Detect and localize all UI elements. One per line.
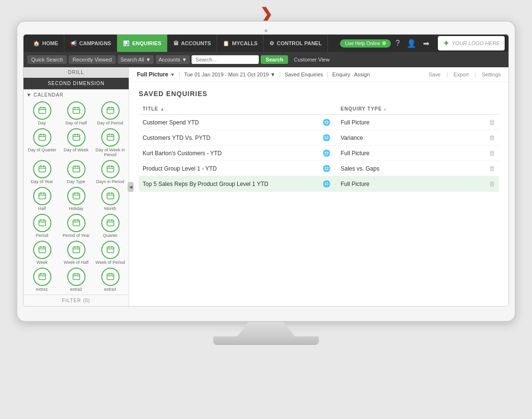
- calendar-item-5[interactable]: Day of Week in Period: [95, 128, 126, 157]
- sidebar-second-dimension[interactable]: SECOND DIMENSION: [24, 78, 129, 89]
- calendar-item-15[interactable]: Week: [26, 241, 58, 265]
- calendar-item-label-1: Day of Half: [65, 121, 87, 125]
- title-sort-icon: ▲: [160, 107, 165, 111]
- calendar-item-13[interactable]: Period of Year: [60, 214, 92, 238]
- calendar-item-17[interactable]: Week of Period: [95, 241, 126, 265]
- save-button[interactable]: Save: [429, 72, 441, 77]
- calendar-item-icon-5: [101, 128, 120, 147]
- calendar-item-2[interactable]: Day of Period: [95, 101, 126, 125]
- search-input[interactable]: [192, 55, 259, 64]
- recently-viewed-button[interactable]: Recently Viewed: [69, 55, 116, 64]
- table-row[interactable]: Top 5 Sales Reps By Product Group Level …: [139, 176, 499, 192]
- nav-campaigns[interactable]: 📢 CAMPAIGNS: [64, 35, 117, 52]
- nav-enquiries[interactable]: 📊 ENQUIRIES: [117, 35, 168, 52]
- nav-controlpanel[interactable]: ⚙ CONTROL PANEL: [264, 35, 328, 52]
- enquiry-link[interactable]: Enquiry: [332, 72, 350, 77]
- delete-cell[interactable]: 🗑: [481, 146, 499, 161]
- globe-cell[interactable]: 🌐: [319, 161, 337, 176]
- col-title-header[interactable]: TITLE ▲: [139, 103, 319, 115]
- sidebar: DRILL SECOND DIMENSION ▼ CALENDAR: [24, 67, 129, 306]
- calendar-item-9[interactable]: Half: [26, 187, 58, 211]
- enquiry-title-cell: Customer Spend YTD: [139, 115, 319, 130]
- globe-cell[interactable]: 🌐: [319, 176, 337, 192]
- nav-home[interactable]: 🏠 HOME: [27, 35, 64, 52]
- calendar-item-18[interactable]: extra1: [26, 268, 58, 292]
- calendar-item-4[interactable]: Day of Week: [60, 128, 92, 157]
- table-row[interactable]: Customer Spend YTD 🌐 Full Picture 🗑: [139, 115, 499, 130]
- customer-view-button[interactable]: Customer View: [290, 55, 333, 64]
- accounts-filter-dropdown[interactable]: Accounts ▼: [156, 55, 190, 64]
- table-row[interactable]: Product Group Level 1 - YTD 🌐 Sales vs. …: [139, 161, 499, 176]
- calendar-item-12[interactable]: Period: [26, 214, 58, 238]
- nav-mycalls[interactable]: 📋 MYCALLS: [217, 35, 264, 52]
- globe-icon[interactable]: 🌐: [323, 119, 330, 126]
- user-icon[interactable]: 👤: [405, 37, 418, 50]
- trash-icon[interactable]: 🗑: [489, 165, 495, 172]
- quick-search-button[interactable]: Quick Search: [27, 55, 67, 64]
- globe-icon[interactable]: 🌐: [323, 149, 330, 157]
- globe-icon[interactable]: 🌐: [323, 134, 330, 141]
- globe-icon[interactable]: 🌐: [323, 180, 330, 187]
- globe-icon[interactable]: 🌐: [323, 165, 330, 172]
- sidebar-collapse-button[interactable]: ◀: [128, 182, 133, 192]
- nav-accounts[interactable]: 🏛 ACCOUNTS: [168, 35, 217, 52]
- enquiry-type-cell: Sales vs. Gaps: [337, 161, 481, 176]
- calendar-item-1[interactable]: Day of Half: [60, 101, 92, 125]
- controlpanel-icon: ⚙: [269, 40, 274, 47]
- svg-rect-12: [39, 135, 46, 140]
- calendar-item-14[interactable]: Quarter: [95, 214, 126, 238]
- calendar-item-6[interactable]: Day of Year: [26, 160, 58, 184]
- settings-button[interactable]: Settings: [482, 72, 501, 77]
- logout-icon[interactable]: ➡: [421, 37, 431, 50]
- export-button[interactable]: Export: [454, 72, 469, 77]
- calendar-item-16[interactable]: Week of Half: [60, 241, 92, 265]
- table-row[interactable]: Kurt Barton's Customers - YTD 🌐 Full Pic…: [139, 146, 499, 161]
- assign-link[interactable]: Assign: [354, 72, 370, 77]
- search-all-dropdown[interactable]: Search All ▼: [118, 55, 154, 64]
- search-bar: Quick Search Recently Viewed Search All …: [24, 52, 508, 67]
- trash-icon[interactable]: 🗑: [489, 149, 495, 157]
- delete-cell[interactable]: 🗑: [481, 130, 499, 146]
- svg-rect-56: [107, 220, 114, 226]
- calendar-item-icon-9: [33, 187, 51, 205]
- sidebar-filter[interactable]: FILTER (0): [24, 295, 129, 306]
- calendar-item-3[interactable]: Day of Quarter: [26, 128, 58, 157]
- globe-cell[interactable]: 🌐: [319, 130, 337, 146]
- help-icon[interactable]: ?: [394, 37, 402, 49]
- date-range-arrow-icon: ▼: [270, 72, 276, 77]
- toolbar-divider-save: |: [447, 72, 448, 77]
- trash-icon[interactable]: 🗑: [489, 119, 495, 126]
- search-button[interactable]: Search: [261, 55, 288, 64]
- globe-cell[interactable]: 🌐: [319, 146, 337, 161]
- calendar-item-10[interactable]: Holiday: [60, 187, 92, 211]
- svg-rect-16: [73, 135, 80, 140]
- calendar-item-label-4: Day of Week: [64, 148, 88, 152]
- delete-cell[interactable]: 🗑: [481, 115, 499, 130]
- trash-icon[interactable]: 🗑: [489, 180, 495, 187]
- calendar-item-7[interactable]: Day Type: [60, 160, 92, 184]
- live-help-button[interactable]: Live Help Online: [340, 39, 390, 48]
- picture-label: Full Picture: [137, 71, 168, 78]
- date-range-selector[interactable]: Tue 01 Jan 2019 - Mon 21 Oct 2019 ▼: [184, 72, 275, 77]
- col-enquiry-type-header[interactable]: ENQUIRY TYPE ⬦: [337, 103, 481, 115]
- calendar-item-0[interactable]: Day: [26, 101, 58, 125]
- calendar-header[interactable]: ▼ CALENDAR: [26, 92, 126, 98]
- svg-rect-32: [107, 166, 114, 172]
- picture-selector[interactable]: Full Picture ▼: [137, 71, 175, 78]
- saved-enquiries-link[interactable]: Saved Enquiries: [285, 72, 323, 77]
- trash-icon[interactable]: 🗑: [489, 134, 495, 141]
- delete-cell[interactable]: 🗑: [481, 176, 499, 192]
- globe-cell[interactable]: 🌐: [319, 115, 337, 130]
- calendar-item-icon-12: [33, 214, 51, 232]
- calendar-item-label-10: Holiday: [69, 206, 83, 211]
- calendar-item-icon-10: [67, 187, 85, 205]
- calendar-item-11[interactable]: Month: [95, 187, 126, 211]
- calendar-item-19[interactable]: extra2: [60, 268, 92, 292]
- svg-rect-36: [39, 193, 46, 199]
- delete-cell[interactable]: 🗑: [481, 161, 499, 176]
- calendar-item-8[interactable]: Days in Period: [95, 160, 126, 184]
- table-row[interactable]: Customers YTD Vs. PYTD 🌐 Variance 🗑: [139, 130, 499, 146]
- logo-area: ✦ YOUR LOGO HERE: [438, 36, 505, 50]
- calendar-item-20[interactable]: extra3: [95, 268, 126, 292]
- svg-rect-40: [73, 193, 80, 199]
